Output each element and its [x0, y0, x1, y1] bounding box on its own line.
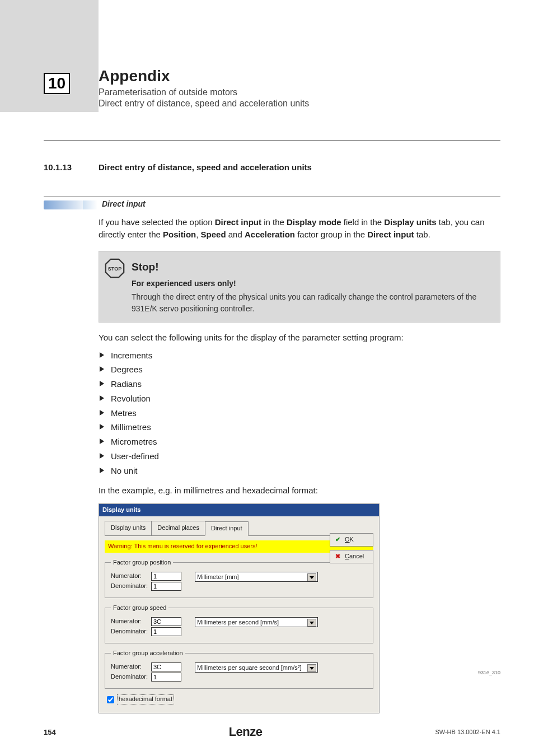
speed-unit-select[interactable]: Millimeters per second [mm/s] [195, 617, 318, 627]
speed-denominator-label: Denominator: [111, 627, 151, 636]
list-item: Revolution [99, 393, 500, 405]
tab-direct-input[interactable]: Direct input [205, 521, 249, 536]
tab-display-units[interactable]: Display units [105, 521, 152, 535]
direct-input-heading: Direct input [102, 199, 146, 208]
page-header: Appendix Parameterisation of outside mot… [99, 67, 500, 109]
position-denominator-input[interactable] [151, 582, 181, 591]
divider-sub [44, 196, 500, 197]
position-numerator-input[interactable] [151, 572, 181, 581]
stop-text: Through the direct entry of the physical… [132, 291, 491, 314]
section-title: Direct entry of distance, speed and acce… [99, 162, 312, 172]
doc-version: SW-HB 13.0002-EN 4.1 [435, 729, 500, 735]
position-denominator-label: Denominator: [111, 582, 151, 591]
hex-format-label: hexadecimal format [117, 694, 174, 704]
page-footer: 154 Lenze SW-HB 13.0002-EN 4.1 [44, 725, 500, 739]
stop-icon: STOP [105, 258, 125, 278]
unit-list: Increments Degrees Radians Revolution Me… [99, 349, 500, 477]
stop-subtitle: For experienced users only! [132, 278, 491, 289]
stop-title: Stop! [132, 259, 491, 275]
dialog-titlebar: Display units [99, 504, 379, 516]
header-sub2: Direct entry of distance, speed and acce… [99, 99, 500, 109]
list-item: Millimetres [99, 421, 500, 433]
speed-denominator-input[interactable] [151, 627, 181, 636]
divider-top [44, 140, 500, 141]
checkmark-icon: ✔ [334, 536, 341, 544]
intro-paragraph: If you have selected the option Direct i… [99, 216, 500, 241]
section-number: 10.1.13 [44, 162, 72, 172]
position-numerator-label: Numerator: [111, 572, 151, 581]
dialog-button-column: ✔ OK ✖ Cancel [330, 533, 373, 567]
page-number: 154 [44, 728, 56, 736]
close-icon: ✖ [334, 553, 341, 561]
cancel-button-label: Cancel [345, 552, 364, 561]
hex-format-checkbox[interactable] [107, 696, 114, 703]
list-item: User-defined [99, 450, 500, 463]
factor-group-acceleration: Factor group acceleration Numerator: Den… [105, 649, 373, 689]
accel-denominator-input[interactable] [151, 673, 181, 682]
list-item: Micrometres [99, 436, 500, 448]
brand-logo: Lenze [229, 725, 263, 739]
cancel-button[interactable]: ✖ Cancel [330, 550, 373, 563]
list-item: Metres [99, 407, 500, 419]
fg-position-legend: Factor group position [111, 558, 173, 567]
stop-callout: STOP Stop! For experienced users only! T… [99, 251, 500, 323]
header-sub1: Parameterisation of outside motors [99, 87, 500, 97]
fg-accel-legend: Factor group acceleration [111, 649, 185, 658]
ok-button-label: OK [345, 535, 354, 544]
grey-header-block [0, 0, 99, 112]
left-margin [0, 0, 99, 756]
svg-text:STOP: STOP [108, 265, 121, 271]
hex-format-row: hexadecimal format [105, 694, 373, 705]
para-after-stop: You can select the following units for t… [99, 332, 500, 344]
accel-unit-select[interactable]: Millimeters per square second [mm/s²] [195, 662, 318, 673]
position-unit-select[interactable]: Millimeter [mm] [195, 572, 318, 582]
speed-numerator-label: Numerator: [111, 617, 151, 626]
accel-denominator-label: Denominator: [111, 673, 151, 682]
list-item: Degrees [99, 363, 500, 376]
list-item: No unit [99, 465, 500, 477]
blue-tab-decor-2 [83, 200, 97, 209]
list-item: Radians [99, 378, 500, 390]
chapter-number: 10 [44, 73, 70, 94]
example-line: In the example, e.g. in millimetres and … [99, 484, 500, 497]
ok-button[interactable]: ✔ OK [330, 533, 373, 547]
fg-speed-legend: Factor group speed [111, 604, 168, 613]
accel-numerator-input[interactable] [151, 662, 181, 671]
display-units-dialog: Display units Display units Decimal plac… [99, 503, 380, 713]
header-title: Appendix [99, 67, 500, 85]
body-content: If you have selected the option Direct i… [99, 216, 500, 713]
accel-numerator-label: Numerator: [111, 662, 151, 671]
figure-reference: 931e_310 [478, 670, 500, 675]
list-item: Increments [99, 349, 500, 362]
factor-group-speed: Factor group speed Numerator: Denominato… [105, 604, 373, 643]
speed-numerator-input[interactable] [151, 617, 181, 626]
tab-decimal-places[interactable]: Decimal places [151, 521, 205, 535]
